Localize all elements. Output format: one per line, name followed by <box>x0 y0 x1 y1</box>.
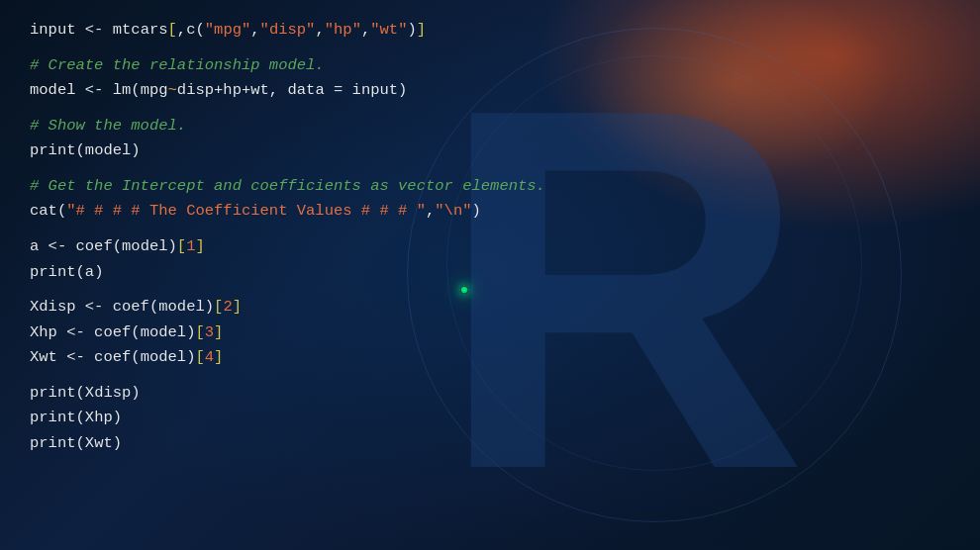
spacer-6 <box>30 371 950 381</box>
code-line-1: input <- mtcars[,c("mpg","disp","hp","wt… <box>30 18 950 44</box>
spacer-4 <box>30 225 950 234</box>
code-line-5: a <- coef(model)[1] <box>30 234 950 260</box>
code-line-2: model <- lm(mpg~disp+hp+wt, data = input… <box>30 78 950 104</box>
code-line-3: print(model) <box>30 138 950 164</box>
code-line-11: print(Xhp) <box>30 406 950 431</box>
code-line-7: Xdisp <- coef(model)[2] <box>30 295 950 321</box>
code-container: input <- mtcars[,c("mpg","disp","hp","wt… <box>0 0 980 550</box>
code-line-4: cat("# # # # The Coefficient Values # # … <box>30 199 950 225</box>
spacer-2 <box>30 104 950 114</box>
spacer-1 <box>30 44 950 53</box>
code-line-8: Xhp <- coef(model)[3] <box>30 321 950 346</box>
spacer-5 <box>30 285 950 295</box>
code-comment-2: # Show the model. <box>30 114 950 139</box>
code-comment-3: # Get the Intercept and coefficients as … <box>30 174 950 200</box>
code-line-12: print(Xwt) <box>30 431 950 457</box>
code-line-6: print(a) <box>30 260 950 286</box>
spacer-3 <box>30 164 950 174</box>
code-line-10: print(Xdisp) <box>30 381 950 407</box>
code-line-9: Xwt <- coef(model)[4] <box>30 345 950 371</box>
code-comment-1: # Create the relationship model. <box>30 53 950 79</box>
